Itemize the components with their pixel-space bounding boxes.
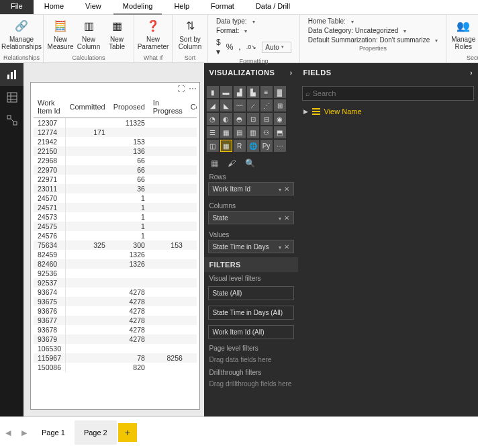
column-header[interactable]: In Progress	[149, 96, 187, 118]
viz-type-icon[interactable]: R	[234, 140, 246, 152]
menu-help[interactable]: Help	[163, 0, 200, 14]
filter-state[interactable]: State (All)	[208, 286, 294, 300]
viz-type-icon[interactable]: ⊞	[274, 99, 286, 111]
model-view-button[interactable]	[0, 109, 23, 132]
search-input[interactable]	[313, 89, 471, 97]
column-header[interactable]: Committed	[66, 96, 109, 118]
filter-work-item-id[interactable]: Work Item Id (All)	[208, 325, 294, 339]
viz-type-icon[interactable]: ◐	[220, 113, 232, 125]
visualizations-header[interactable]: VISUALIZATIONS›	[204, 63, 298, 82]
column-header[interactable]: Completed	[187, 96, 197, 118]
menu-view[interactable]: View	[75, 0, 112, 14]
table-cell	[149, 344, 187, 353]
viz-type-icon[interactable]: ▟	[234, 86, 246, 98]
default-summarization-dropdown[interactable]: Default Summarization: Don't summarize	[308, 36, 438, 44]
viz-type-icon[interactable]: ⋰	[260, 99, 273, 111]
fields-search[interactable]: ⌕	[302, 86, 475, 101]
viz-type-icon[interactable]: ◫	[207, 140, 219, 152]
data-view-button[interactable]	[0, 86, 23, 109]
comma-button[interactable]: ,	[238, 42, 240, 52]
viz-type-icon[interactable]: ◉	[274, 113, 286, 125]
manage-relationships-button[interactable]: 🔗Manage Relationships	[3, 16, 40, 54]
add-page-button[interactable]: +	[118, 423, 137, 442]
page-next-button[interactable]: ▶	[16, 424, 32, 441]
table-row: 21942153	[34, 137, 197, 146]
page-tab-1[interactable]: Page 1	[32, 420, 75, 445]
values-well[interactable]: State Time in Days▾✕	[208, 240, 294, 253]
viz-type-icon[interactable]: ◣	[220, 99, 232, 111]
table-cell: 75634	[34, 240, 66, 250]
page-prev-button[interactable]: ◀	[0, 424, 16, 441]
focus-mode-icon[interactable]: ⛶	[177, 85, 185, 93]
viz-type-icon[interactable]: ▦	[220, 140, 232, 152]
ribbon-label-formatting: Formatting	[211, 58, 297, 64]
columns-well[interactable]: State▾✕	[208, 211, 294, 224]
menu-datadrill[interactable]: Data / Drill	[245, 0, 301, 14]
viz-type-icon[interactable]: ▙	[247, 86, 259, 98]
new-parameter-button[interactable]: ❓New Parameter	[137, 16, 169, 54]
table-cell	[187, 353, 197, 363]
menu-modeling[interactable]: Modeling	[112, 0, 164, 14]
menu-format[interactable]: Format	[200, 0, 245, 14]
viz-type-icon[interactable]: ▤	[234, 126, 246, 138]
table-cell: 66	[109, 175, 149, 184]
viz-type-icon[interactable]: ⚇	[260, 126, 273, 138]
report-view-button[interactable]	[0, 63, 23, 86]
viz-type-icon[interactable]: ⟋	[247, 99, 259, 111]
viz-type-icon[interactable]: ◓	[234, 113, 246, 125]
viz-type-icon[interactable]: ▬	[220, 86, 232, 98]
column-header[interactable]: Work Item Id	[34, 96, 66, 118]
viz-type-icon[interactable]: ⊟	[260, 113, 273, 125]
viz-type-icon[interactable]: ☰	[207, 126, 219, 138]
new-column-button[interactable]: ▥New Column	[75, 16, 103, 54]
viz-type-icon[interactable]: ▓	[274, 86, 286, 98]
data-category-dropdown[interactable]: Data Category: Uncategorized	[308, 27, 438, 34]
table-cell: 153	[109, 137, 149, 146]
page-filters-label: Page level filters	[204, 342, 298, 353]
viz-type-icon[interactable]: ▦	[220, 126, 232, 138]
more-options-icon[interactable]: ⋯	[189, 84, 197, 93]
format-dropdown[interactable]: Format:	[216, 27, 291, 34]
column-header[interactable]: Proposed	[109, 96, 149, 118]
viz-type-icon[interactable]: ◢	[207, 99, 219, 111]
matrix-visual[interactable]: ⛶ ⋯ Work Item IdCommittedProposedIn Prog…	[30, 82, 200, 410]
viz-type-icon[interactable]: ⋯	[274, 140, 286, 152]
table-row: 824591326877150	[34, 250, 197, 259]
viz-type-icon[interactable]: ≡	[260, 86, 273, 98]
table-cell	[149, 137, 187, 146]
menu-home[interactable]: Home	[34, 0, 75, 14]
viz-type-icon[interactable]: Py	[260, 140, 273, 152]
percent-button[interactable]: %	[226, 42, 234, 52]
page-tab-2[interactable]: Page 2	[75, 420, 117, 445]
home-table-dropdown[interactable]: Home Table:	[308, 17, 438, 25]
decimals-auto[interactable]: Auto	[262, 42, 291, 53]
viz-type-icon[interactable]: ◔	[207, 113, 219, 125]
table-row: 2297066	[34, 165, 197, 175]
table-cell	[187, 250, 197, 259]
format-tab-icon[interactable]: 🖌	[228, 159, 236, 168]
menu-file[interactable]: File	[0, 0, 34, 14]
field-view-name[interactable]: ▶ View Name	[298, 105, 479, 118]
fields-header[interactable]: FIELDS›	[298, 63, 479, 82]
data-type-dropdown[interactable]: Data type:	[216, 17, 291, 25]
report-canvas[interactable]: ⛶ ⋯ Work Item IdCommittedProposedIn Prog…	[23, 63, 204, 416]
new-table-button[interactable]: ▦New Table	[103, 16, 131, 54]
manage-roles-button[interactable]: 👥Manage Roles	[449, 16, 477, 54]
decimals-decrease[interactable]: .0↘	[246, 44, 257, 50]
filter-state-time[interactable]: State Time in Days (All)	[208, 306, 294, 320]
table-cell	[187, 278, 197, 287]
table-cell	[109, 269, 149, 278]
viz-type-icon[interactable]: ▮	[207, 86, 219, 98]
currency-button[interactable]: $ ▾	[216, 38, 221, 56]
viz-type-icon[interactable]: ▥	[247, 126, 259, 138]
manage-roles-icon: 👥	[455, 17, 471, 34]
rows-well[interactable]: Work Item Id▾✕	[208, 182, 294, 195]
viz-type-icon[interactable]: 〰	[234, 99, 246, 111]
viz-type-icon[interactable]: 🌐	[247, 140, 259, 152]
sort-by-column-button[interactable]: ⇅Sort by Column	[175, 16, 205, 54]
fields-tab-icon[interactable]: ▦	[211, 159, 218, 168]
viz-type-icon[interactable]: ⊡	[247, 113, 259, 125]
viz-type-icon[interactable]: ⬒	[274, 126, 286, 138]
analytics-tab-icon[interactable]: 🔍	[245, 159, 255, 168]
new-measure-button[interactable]: 🧮New Measure	[46, 16, 75, 54]
